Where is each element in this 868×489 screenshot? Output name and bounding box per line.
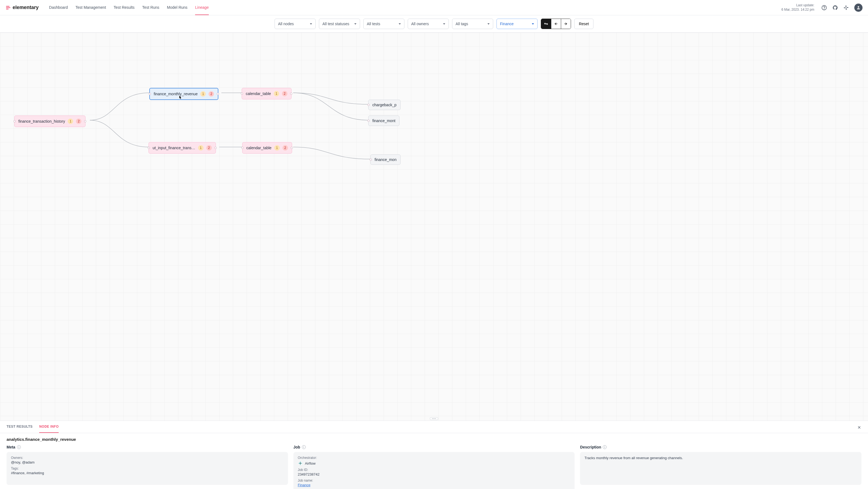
node-finance-monthly-revenue[interactable]: finance_monthly_revenue 1 2 (149, 88, 218, 100)
nav-model-runs[interactable]: Model Runs (167, 0, 187, 15)
svg-rect-4 (846, 8, 847, 10)
last-update-label: Last update: (781, 3, 814, 8)
port-icon (217, 93, 219, 95)
panel-close-button[interactable] (856, 424, 863, 431)
caret-down-icon (399, 23, 401, 25)
meta-box: Owners: @noy, @adam Tags: #finance, #mar… (7, 452, 288, 485)
jobname-link[interactable]: Finance (298, 483, 310, 487)
topbar: elementary Dashboard Test Management Tes… (0, 0, 868, 15)
filter-nodes[interactable]: All nodes (275, 19, 316, 29)
svg-rect-5 (847, 7, 848, 8)
filter-owners-label: All owners (411, 22, 429, 26)
badge-error: 2 (282, 145, 288, 151)
direction-upstream-button[interactable] (551, 19, 561, 29)
badge-warn: 1 (198, 145, 204, 151)
port-icon (290, 93, 292, 95)
caret-down-icon (488, 23, 490, 25)
panel-tabs: TEST RESULTS NODE INFO (0, 421, 868, 433)
filter-tests[interactable]: All tests (363, 19, 404, 29)
info-icon[interactable]: i (302, 445, 306, 449)
col-meta: Meta i Owners: @noy, @adam Tags: #financ… (7, 445, 288, 489)
port-icon (370, 159, 372, 161)
nav-test-management[interactable]: Test Management (75, 0, 106, 15)
panel-resize-handle[interactable] (430, 417, 438, 420)
port-icon (241, 93, 243, 95)
badge-warn: 1 (200, 91, 206, 97)
filter-statuses-label: All test statuses (322, 22, 349, 26)
badge-error: 2 (282, 91, 287, 96)
node-finance-mont[interactable]: finance_mont (368, 116, 400, 126)
badge-error: 2 (209, 91, 214, 97)
main-nav: Dashboard Test Management Test Results T… (49, 0, 209, 15)
last-update-value: 6 Mar, 2023. 14:22 pm (781, 8, 814, 12)
svg-point-7 (300, 463, 301, 464)
filter-selected[interactable]: Finance (496, 19, 537, 29)
node-calendar-table-2[interactable]: calendar_table 1 2 (242, 142, 292, 154)
filter-tags[interactable]: All tags (452, 19, 493, 29)
nav-lineage[interactable]: Lineage (195, 0, 209, 15)
caret-down-icon (310, 23, 312, 25)
info-icon[interactable]: i (17, 445, 21, 449)
node-finance-transaction-history[interactable]: finance_transaction_history 1 2 (14, 116, 86, 127)
node-label: calendar_table (246, 92, 271, 96)
col-description: Description i Tracks monthly revenue fro… (580, 445, 861, 489)
nav-test-runs[interactable]: Test Runs (142, 0, 159, 15)
jobname-label: Job name: (298, 479, 570, 482)
badge-warn: 1 (68, 119, 73, 124)
port-icon (367, 120, 370, 122)
tab-node-info[interactable]: NODE INFO (39, 421, 59, 433)
badge-error: 2 (76, 119, 82, 124)
svg-rect-3 (844, 7, 846, 8)
port-icon (13, 120, 16, 122)
desc-box: Tracks monthly revenue from all revenue … (580, 452, 861, 485)
caret-down-icon (354, 23, 356, 25)
orch-value: Airflow (305, 461, 316, 465)
svg-rect-2 (845, 5, 846, 7)
orch-label: Orchestrator: (298, 456, 570, 460)
panel-body: analytics.finance_monthly_revenue Meta i… (0, 433, 868, 489)
node-chargeback-p[interactable]: chargeback_p (368, 100, 401, 110)
user-avatar[interactable] (854, 4, 863, 12)
slack-icon[interactable] (842, 3, 850, 12)
filter-statuses[interactable]: All test statuses (319, 19, 360, 29)
filter-selected-label: Finance (500, 22, 514, 26)
brand-logo[interactable]: elementary (5, 5, 39, 10)
svg-point-6 (858, 6, 859, 7)
reset-button[interactable]: Reset (574, 19, 594, 29)
meta-header: Meta (7, 445, 16, 449)
filter-owners[interactable]: All owners (408, 19, 449, 29)
owners-value: @noy, @adam (11, 460, 284, 464)
direction-both-button[interactable] (541, 19, 551, 29)
job-header: Job (293, 445, 300, 449)
github-icon[interactable] (831, 3, 839, 12)
tab-test-results[interactable]: TEST RESULTS (7, 421, 33, 433)
port-icon (215, 147, 217, 149)
nav-dashboard[interactable]: Dashboard (49, 0, 68, 15)
port-icon (149, 93, 151, 95)
direction-toggle (541, 19, 571, 29)
last-update: Last update: 6 Mar, 2023. 14:22 pm (781, 3, 814, 12)
nav-test-results[interactable]: Test Results (114, 0, 134, 15)
node-label: finance_mon (375, 157, 397, 162)
bottom-panel: TEST RESULTS NODE INFO analytics.finance… (0, 421, 868, 489)
badge-warn: 1 (274, 91, 279, 96)
port-icon (241, 147, 244, 149)
node-finance-mon[interactable]: finance_mon (370, 155, 401, 165)
badge-warn: 1 (274, 145, 280, 151)
lineage-canvas[interactable]: finance_transaction_history 1 2 finance_… (0, 33, 868, 421)
help-icon[interactable] (820, 3, 829, 12)
col-job: Job i Orchestrator: Airflow Job ID: 2349… (293, 445, 575, 489)
port-icon (84, 120, 86, 122)
node-ut-input-finance-trans[interactable]: ut_input_finance_trans… 1 2 (149, 142, 216, 154)
node-label: finance_mont (372, 119, 395, 123)
info-icon[interactable]: i (603, 445, 607, 449)
node-calendar-table-1[interactable]: calendar_table 1 2 (242, 88, 291, 99)
tags-value: #finance, #marketing (11, 471, 284, 475)
jobid-label: Job ID: (298, 468, 570, 472)
tags-label: Tags: (11, 466, 284, 470)
node-label: ut_input_finance_trans… (153, 146, 195, 150)
caret-down-icon (443, 23, 445, 25)
port-icon (367, 104, 370, 106)
direction-downstream-button[interactable] (561, 19, 571, 29)
edges (0, 33, 868, 421)
